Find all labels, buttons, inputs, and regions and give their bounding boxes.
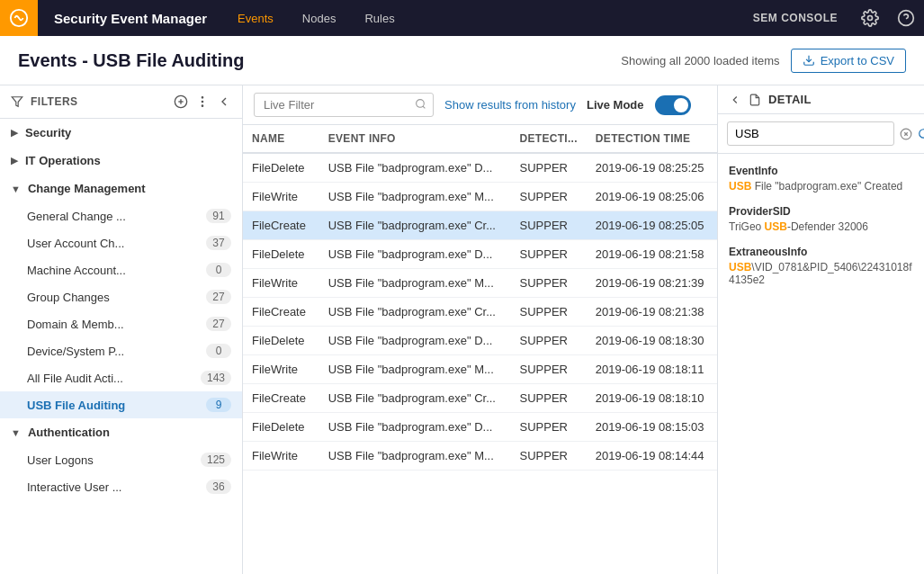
cell-name: FileWrite: [243, 183, 319, 211]
change-management-chevron-icon: ▼: [11, 184, 21, 194]
page-header: Events - USB File Auditing Showing all 2…: [0, 36, 924, 85]
sidebar-item-usb-file-auditing[interactable]: USB File Auditing 9: [0, 391, 242, 418]
sidebar: FILTERS ▶ Security ▶: [0, 85, 243, 574]
detail-search-icon: [918, 128, 924, 140]
svg-marker-5: [12, 97, 22, 107]
detail-field-extraneous-info-label: ExtraneousInfo: [729, 246, 913, 258]
detail-field-extraneous-info: ExtraneousInfo USB\VID_0781&PID_5406\224…: [729, 246, 913, 286]
cell-detection-time: 2019-06-19 08:21:39: [587, 269, 717, 298]
sidebar-item-domain-members[interactable]: Domain & Memb... 27: [0, 310, 242, 337]
filter-icon: [11, 95, 23, 108]
cell-event-info: USB File "badprogram.exe" D...: [319, 413, 511, 442]
showing-text: Showing all 2000 loaded items: [621, 54, 779, 67]
cell-event-info: USB File "badprogram.exe" Cr...: [319, 298, 511, 327]
cell-name: FileDelete: [243, 153, 319, 183]
table-row[interactable]: FileWrite USB File "badprogram.exe" M...…: [243, 269, 717, 298]
cell-detection-time: 2019-06-19 08:18:10: [587, 384, 717, 413]
sidebar-item-user-account[interactable]: User Account Ch... 37: [0, 229, 242, 256]
table-row[interactable]: FileWrite USB File "badprogram.exe" M...…: [243, 183, 717, 211]
table-row[interactable]: FileCreate USB File "badprogram.exe" Cr.…: [243, 384, 717, 413]
cell-detection-time: 2019-06-19 08:25:25: [587, 153, 717, 183]
table-row[interactable]: FileCreate USB File "badprogram.exe" Cr.…: [243, 211, 717, 240]
top-nav: Security Event Manager Events Nodes Rule…: [0, 0, 924, 36]
table-body: FileDelete USB File "badprogram.exe" D..…: [243, 153, 717, 471]
sidebar-item-user-logons[interactable]: User Logons 125: [0, 446, 242, 473]
collapse-sidebar-button[interactable]: [217, 94, 231, 109]
table-row[interactable]: FileDelete USB File "badprogram.exe" D..…: [243, 327, 717, 355]
export-label: Export to CSV: [821, 54, 894, 67]
table-row[interactable]: FileWrite USB File "badprogram.exe" M...…: [243, 442, 717, 471]
detail-search-wrap: [718, 114, 924, 154]
nav-links: Events Nodes Rules: [223, 0, 409, 36]
collapse-icon: [217, 94, 231, 109]
export-icon: [803, 54, 815, 67]
detail-panel-header: DETAIL: [718, 85, 924, 114]
cell-event-info: USB File "badprogram.exe" M...: [319, 183, 511, 211]
content-area: Show results from history Live Mode NAME…: [243, 85, 717, 574]
live-filter-wrap: [254, 93, 434, 117]
filters-label: FILTERS: [31, 95, 166, 108]
cell-event-info: USB File "badprogram.exe" M...: [319, 355, 511, 384]
detail-search-button[interactable]: [918, 128, 924, 140]
sidebar-section-change-management[interactable]: ▼ Change Management: [0, 175, 242, 202]
sidebar-section-authentication[interactable]: ▼ Authentication: [0, 418, 242, 446]
table-row[interactable]: FileDelete USB File "badprogram.exe" D..…: [243, 240, 717, 269]
cell-event-info: USB File "badprogram.exe" M...: [319, 442, 511, 471]
live-filter-search-icon[interactable]: [415, 98, 426, 112]
cell-detection: SUPPER: [511, 183, 587, 211]
help-button[interactable]: [888, 0, 924, 36]
filter-bar: Show results from history Live Mode: [243, 85, 717, 125]
cell-detection: SUPPER: [511, 413, 587, 442]
detail-search-clear-button[interactable]: [900, 128, 912, 140]
add-filter-button[interactable]: [174, 94, 188, 109]
detail-expand-button[interactable]: [729, 94, 741, 106]
add-filter-icon: [174, 94, 188, 109]
detail-field-event-info-value: USB File "badprogram.exe" Created: [729, 180, 913, 193]
table-row[interactable]: FileWrite USB File "badprogram.exe" M...…: [243, 355, 717, 384]
app-title: Security Event Manager: [38, 11, 223, 26]
table-row[interactable]: FileDelete USB File "badprogram.exe" D..…: [243, 153, 717, 183]
more-options-button[interactable]: [195, 94, 210, 109]
more-options-icon: [195, 94, 210, 109]
detail-panel: DETAIL EventInfo USB File "badprogram.ex…: [717, 85, 924, 574]
cell-detection-time: 2019-06-19 08:25:05: [587, 211, 717, 240]
cell-detection-time: 2019-06-19 08:18:11: [587, 355, 717, 384]
sidebar-item-interactive-user[interactable]: Interactive User ... 36: [0, 473, 242, 500]
nav-link-nodes[interactable]: Nodes: [288, 0, 351, 36]
col-header-name[interactable]: NAME: [243, 125, 319, 153]
sidebar-section-it-operations[interactable]: ▶ IT Operations: [0, 147, 242, 175]
solarwinds-logo-icon: [9, 8, 29, 28]
detail-search-input[interactable]: [727, 121, 894, 146]
sidebar-item-general-change[interactable]: General Change ... 91: [0, 202, 242, 229]
cell-detection: SUPPER: [511, 240, 587, 269]
col-header-event-info[interactable]: EVENT INFO: [319, 125, 511, 153]
nav-link-events[interactable]: Events: [223, 0, 288, 36]
cell-detection: SUPPER: [511, 269, 587, 298]
sidebar-item-device-system[interactable]: Device/System P... 0: [0, 337, 242, 364]
highlight-usb-3: USB: [729, 261, 751, 274]
sem-console-button[interactable]: SEM CONSOLE: [739, 0, 852, 36]
events-table: NAME EVENT INFO DETECTI... DETECTION TIM…: [243, 125, 717, 471]
detail-field-event-info: EventInfo USB File "badprogram.exe" Crea…: [729, 165, 913, 193]
security-chevron-icon: ▶: [11, 127, 18, 139]
table-row[interactable]: FileDelete USB File "badprogram.exe" D..…: [243, 413, 717, 442]
col-header-detection-time[interactable]: DETECTION TIME: [587, 125, 717, 153]
nav-link-rules[interactable]: Rules: [350, 0, 408, 36]
export-csv-button[interactable]: Export to CSV: [791, 49, 906, 73]
sidebar-item-all-file-audit[interactable]: All File Audit Acti... 143: [0, 364, 242, 391]
cell-detection-time: 2019-06-19 08:14:44: [587, 442, 717, 471]
col-header-detection[interactable]: DETECTI...: [511, 125, 587, 153]
live-mode-toggle[interactable]: [655, 95, 691, 115]
live-filter-input[interactable]: [254, 93, 434, 117]
table-row[interactable]: FileCreate USB File "badprogram.exe" Cr.…: [243, 298, 717, 327]
settings-button[interactable]: [852, 0, 888, 36]
sidebar-item-group-changes[interactable]: Group Changes 27: [0, 283, 242, 310]
show-history-button[interactable]: Show results from history: [444, 98, 576, 112]
table-header-row: NAME EVENT INFO DETECTI... DETECTION TIM…: [243, 125, 717, 153]
events-table-container: NAME EVENT INFO DETECTI... DETECTION TIM…: [243, 125, 717, 574]
sidebar-section-security[interactable]: ▶ Security: [0, 119, 242, 147]
cell-name: FileCreate: [243, 298, 319, 327]
cell-detection-time: 2019-06-19 08:21:38: [587, 298, 717, 327]
sidebar-item-machine-account[interactable]: Machine Account... 0: [0, 256, 242, 283]
cell-name: FileDelete: [243, 327, 319, 355]
